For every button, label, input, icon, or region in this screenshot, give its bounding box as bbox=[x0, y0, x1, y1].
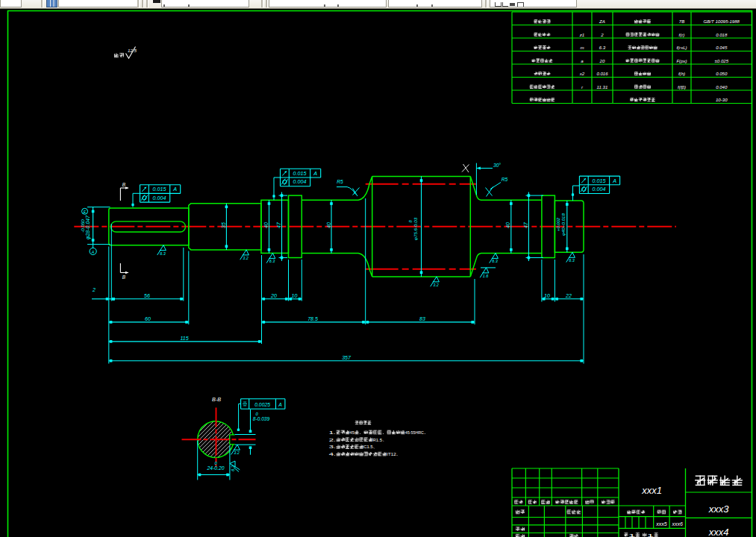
svg-text:6.3: 6.3 bbox=[599, 45, 606, 50]
svg-text:A: A bbox=[91, 250, 95, 254]
svg-text:0.004: 0.004 bbox=[592, 186, 605, 192]
svg-text:45: 45 bbox=[350, 430, 355, 435]
svg-text:z1: z1 bbox=[579, 32, 584, 37]
svg-text:0.004: 0.004 bbox=[153, 195, 166, 201]
svg-text:6.3: 6.3 bbox=[492, 259, 498, 263]
svg-text:xxx4: xxx4 bbox=[708, 527, 729, 537]
svg-text:B: B bbox=[122, 182, 126, 187]
svg-text:11.31: 11.31 bbox=[597, 84, 608, 90]
svg-text:0.015: 0.015 bbox=[592, 178, 606, 184]
svg-text:56: 56 bbox=[144, 293, 150, 298]
svg-text:1.: 1. bbox=[329, 430, 337, 435]
svg-text:7B: 7B bbox=[679, 19, 684, 24]
svg-text:2: 2 bbox=[600, 32, 604, 37]
svg-text:47: 47 bbox=[276, 222, 281, 228]
svg-text:f(fβ): f(fβ) bbox=[678, 84, 686, 90]
svg-text:xxx6: xxx6 bbox=[672, 521, 684, 527]
svg-text:0.040: 0.040 bbox=[716, 84, 728, 90]
svg-text:24-0.20: 24-0.20 bbox=[206, 465, 224, 471]
svg-text:2.: 2. bbox=[329, 437, 337, 442]
svg-text:B: B bbox=[122, 274, 126, 280]
svg-text:83: 83 bbox=[419, 316, 425, 321]
svg-text:a: a bbox=[581, 58, 584, 63]
svg-text:3.2: 3.2 bbox=[243, 256, 249, 260]
svg-text:R5: R5 bbox=[337, 179, 343, 184]
svg-text:40: 40 bbox=[263, 222, 269, 228]
svg-text:60: 60 bbox=[145, 316, 151, 321]
svg-text:A: A bbox=[612, 178, 616, 184]
svg-text:6.3: 6.3 bbox=[569, 258, 575, 263]
svg-text:12.5: 12.5 bbox=[128, 48, 137, 53]
svg-text:8-0.039: 8-0.039 bbox=[253, 416, 270, 421]
svg-text:0.015: 0.015 bbox=[293, 170, 307, 177]
svg-text:35: 35 bbox=[221, 222, 226, 228]
svg-text:3.2: 3.2 bbox=[234, 450, 240, 455]
svg-text:xxx3: xxx3 bbox=[708, 503, 730, 515]
svg-text:10: 10 bbox=[544, 293, 550, 298]
svg-text:xxx5: xxx5 bbox=[655, 521, 667, 527]
svg-text:A: A bbox=[313, 170, 317, 177]
svg-text:+0.002: +0.002 bbox=[556, 217, 560, 231]
svg-text:m: m bbox=[580, 45, 584, 50]
svg-text:6.3: 6.3 bbox=[269, 259, 275, 263]
svg-text:2: 2 bbox=[92, 287, 96, 292]
svg-text:0.015: 0.015 bbox=[153, 186, 167, 192]
svg-text:45-55HRC: 45-55HRC bbox=[405, 430, 424, 435]
svg-text:f(r): f(r) bbox=[679, 32, 685, 37]
svg-text:0.045: 0.045 bbox=[716, 45, 728, 50]
svg-text:E: E bbox=[84, 210, 87, 214]
svg-text:4.: 4. bbox=[329, 451, 337, 456]
svg-text:GB/T 10095-1988: GB/T 10095-1988 bbox=[704, 19, 740, 24]
svg-text:IT12: IT12 bbox=[387, 451, 396, 456]
svg-text:f(h): f(h) bbox=[678, 71, 685, 76]
svg-text:-0.050: -0.050 bbox=[80, 219, 85, 233]
svg-text:10: 10 bbox=[292, 293, 298, 298]
svg-text:6.3: 6.3 bbox=[231, 465, 235, 471]
svg-text:1.6: 1.6 bbox=[483, 274, 489, 278]
svg-text:0.018: 0.018 bbox=[716, 32, 728, 37]
svg-text:r: r bbox=[581, 84, 584, 90]
svg-text:22: 22 bbox=[565, 293, 572, 298]
svg-text:1: 1 bbox=[647, 533, 655, 537]
svg-text:8: 8 bbox=[408, 220, 413, 223]
svg-text:B-B: B-B bbox=[212, 396, 221, 403]
svg-text:3.: 3. bbox=[329, 444, 337, 449]
svg-text:78.5: 78.5 bbox=[307, 316, 318, 321]
svg-text:115: 115 bbox=[180, 336, 188, 341]
svg-text:R5: R5 bbox=[502, 177, 508, 182]
svg-text:0.0025: 0.0025 bbox=[254, 402, 270, 407]
svg-text:0.004: 0.004 bbox=[293, 178, 307, 185]
svg-text:F(px): F(px) bbox=[676, 58, 687, 63]
svg-text:ZA: ZA bbox=[599, 19, 605, 24]
svg-text:A: A bbox=[278, 402, 282, 407]
svg-text:47: 47 bbox=[523, 222, 528, 228]
svg-text:1: 1 bbox=[628, 533, 637, 537]
svg-text:xxx1: xxx1 bbox=[641, 485, 662, 496]
svg-text:3.2: 3.2 bbox=[433, 283, 439, 287]
svg-text:30°: 30° bbox=[493, 163, 501, 168]
svg-text:0.050: 0.050 bbox=[716, 71, 728, 76]
svg-text:x2: x2 bbox=[579, 71, 585, 76]
svg-text:40: 40 bbox=[505, 222, 510, 228]
svg-text:φ75.6-0.03: φ75.6-0.03 bbox=[413, 217, 418, 240]
svg-text:A: A bbox=[172, 186, 177, 192]
svg-text:10-30: 10-30 bbox=[716, 97, 728, 102]
svg-text:6.3: 6.3 bbox=[160, 251, 166, 256]
svg-text:40: 40 bbox=[326, 222, 331, 228]
svg-text:20: 20 bbox=[599, 58, 605, 63]
svg-text:R1.5: R1.5 bbox=[373, 437, 383, 442]
svg-text:f(rxL): f(rxL) bbox=[676, 45, 687, 50]
svg-text:φ40+0.018: φ40+0.018 bbox=[560, 213, 566, 236]
svg-text:357: 357 bbox=[342, 355, 352, 360]
svg-text:φ28-0.047: φ28-0.047 bbox=[85, 215, 91, 239]
svg-text:±0.025: ±0.025 bbox=[714, 58, 728, 63]
svg-text:0.016: 0.016 bbox=[596, 71, 608, 76]
svg-text:20: 20 bbox=[270, 293, 277, 298]
svg-text:C1.5: C1.5 bbox=[363, 444, 373, 449]
